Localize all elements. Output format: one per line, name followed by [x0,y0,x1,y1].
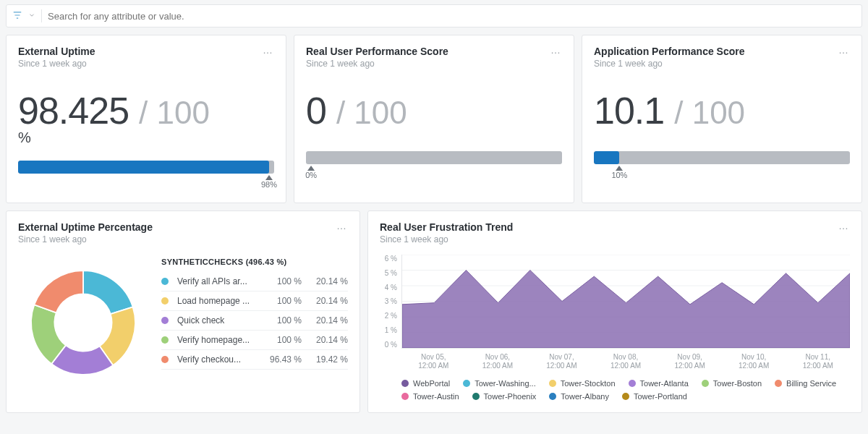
check-value-2: 20.14 % [307,335,348,345]
progress-marker: 98% [261,175,277,189]
area-series [402,271,850,349]
check-value-1: 100 % [265,276,302,286]
check-value-2: 20.14 % [307,315,348,326]
more-icon[interactable]: … [258,43,278,57]
legend-item[interactable]: Tower-Stockton [549,379,616,388]
check-value-1: 100 % [265,315,302,326]
progress-marker: 0% [305,166,317,179]
x-tick: Nov 11,12:00 AM [786,353,850,370]
swatch-icon [161,317,169,324]
legend-item[interactable]: Tower-Austin [401,392,459,401]
progress-marker: 10% [611,166,627,179]
check-value-2: 20.14 % [307,296,348,306]
more-icon[interactable]: … [332,218,352,233]
score-denom: / 100 [139,95,210,131]
legend-label: Tower-Portland [634,392,687,401]
legend-label: Tower-Albany [561,392,609,401]
y-tick: 0 % [380,341,397,349]
table-row[interactable]: Verify all APIs ar...100 %20.14 % [161,272,348,292]
legend-item[interactable]: Tower-Atlanta [629,379,689,388]
card-title: External Uptime Percentage [18,221,348,233]
progress-bar [594,151,850,164]
legend-label: Tower-Stockton [561,379,616,388]
swatch-icon [161,278,169,285]
donut-chart [18,258,148,390]
score-value: 0 [306,89,326,132]
more-icon[interactable]: … [834,43,854,57]
x-tick: Nov 08,12:00 AM [594,353,658,370]
external-uptime-card: … External Uptime Since 1 week ago 98.42… [6,35,286,203]
bottom-row: … External Uptime Percentage Since 1 wee… [6,210,862,413]
y-tick: 6 % [380,255,397,263]
area-chart: 6 %5 %4 %3 %2 %1 %0 % [380,255,850,349]
check-value-1: 100 % [265,335,302,345]
legend-item[interactable]: Tower-Washing... [463,379,536,388]
more-icon[interactable]: … [546,43,566,57]
uptime-percentage-card: … External Uptime Percentage Since 1 wee… [6,210,360,413]
check-name: Verify all APIs ar... [177,276,260,286]
filter-icon[interactable] [12,10,22,22]
legend-label: Tower-Boston [713,379,762,388]
legend: WebPortalTower-Washing...Tower-StocktonT… [401,379,850,401]
check-value-1: 96.43 % [265,354,302,365]
y-tick: 2 % [380,312,397,320]
table-row[interactable]: Verify checkou...96.43 %19.42 % [161,350,348,370]
swatch-icon [549,380,556,387]
donut-slice[interactable] [34,271,83,312]
swatch-icon [401,393,409,400]
swatch-icon [472,393,480,400]
swatch-icon [549,393,556,400]
check-value-2: 19.42 % [307,354,348,365]
card-title: Real User Performance Score [306,46,562,57]
score-cards-row: … External Uptime Since 1 week ago 98.42… [6,35,862,203]
swatch-icon [161,336,169,344]
check-name: Quick check [177,315,260,326]
progress-bar [306,151,562,164]
legend-label: Tower-Phoenix [484,392,537,401]
card-title: External Uptime [18,46,274,57]
table-row[interactable]: Verify homepage...100 %20.14 % [161,331,348,350]
y-tick: 1 % [380,326,397,334]
card-subtitle: Since 1 week ago [594,59,850,69]
y-tick: 5 % [380,269,397,277]
legend-item[interactable]: Tower-Portland [622,392,687,401]
progress-bar [18,161,274,174]
swatch-icon [161,356,169,363]
swatch-icon [161,297,169,305]
search-bar[interactable] [6,4,862,27]
swatch-icon [629,380,636,387]
card-subtitle: Since 1 week ago [18,59,274,69]
legend-item[interactable]: Billing Service [775,379,836,388]
x-tick: Nov 09,12:00 AM [658,353,722,370]
x-tick: Nov 10,12:00 AM [722,353,786,370]
swatch-icon [463,380,470,387]
check-name: Load homepage ... [177,296,260,306]
real-user-score-card: … Real User Performance Score Since 1 we… [294,35,574,203]
y-tick: 4 % [380,284,397,292]
check-value-1: 100 % [265,296,302,306]
y-tick: 3 % [380,297,397,305]
legend-item[interactable]: Tower-Albany [549,392,609,401]
card-subtitle: Since 1 week ago [306,59,562,69]
legend-label: Tower-Atlanta [640,379,689,388]
x-tick: Nov 05,12:00 AM [401,353,466,370]
card-subtitle: Since 1 week ago [380,234,850,244]
legend-item[interactable]: Tower-Phoenix [472,392,537,401]
chevron-down-icon[interactable] [28,12,35,20]
swatch-icon [775,380,782,387]
table-row[interactable]: Quick check100 %20.14 % [161,311,348,331]
legend-item[interactable]: Tower-Boston [702,379,762,388]
donut-slice[interactable] [83,271,133,314]
search-input[interactable] [48,11,856,22]
table-row[interactable]: Load homepage ...100 %20.14 % [161,292,348,311]
x-tick: Nov 06,12:00 AM [466,353,530,370]
legend-label: Billing Service [786,379,836,388]
legend-item[interactable]: WebPortal [401,379,450,388]
frustration-trend-card: … Real User Frustration Trend Since 1 we… [367,210,862,413]
card-title: Application Performance Score [594,46,850,57]
swatch-icon [401,380,409,387]
swatch-icon [702,380,709,387]
check-value-2: 20.14 % [307,276,348,286]
score-value: 10.1 [594,89,664,132]
more-icon[interactable]: … [834,218,854,233]
